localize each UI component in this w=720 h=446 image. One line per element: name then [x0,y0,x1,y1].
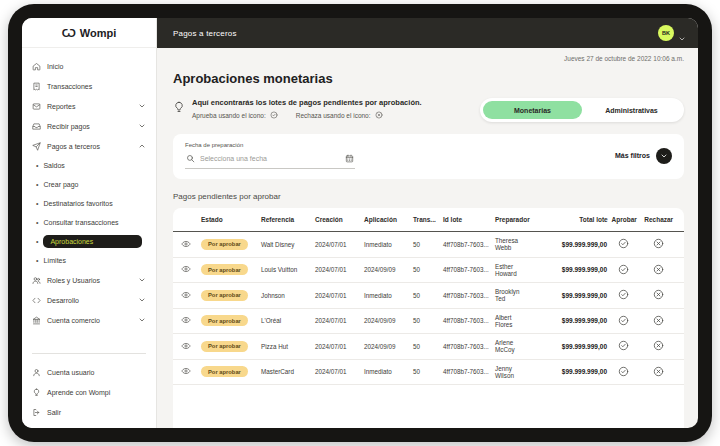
sidebar-item-roles-y-usuarios[interactable]: Roles y Usuarios [22,270,156,290]
reject-button[interactable] [653,289,664,300]
tab-administrativas[interactable]: Administrativas [582,101,681,119]
code-icon [32,296,41,305]
sidebar-item-recibir-pagos[interactable]: Recibir pagos [22,116,156,136]
sidebar-item-cuenta-usuario[interactable]: Cuenta usuario [22,362,156,382]
eye-icon[interactable] [181,264,191,274]
referencia-cell: Pizza Hut [261,343,313,350]
sidebar-item-aprende-con-wompi[interactable]: Aprende con Wompi [22,382,156,402]
total-lote-cell: $99.999.999,00 [531,292,607,299]
column-header-total-lote: Total lote [532,216,608,223]
table-row: Por aprobarL'Oréal2024/07/012024/09/0950… [173,309,684,335]
sidebar-item-reportes[interactable]: Reportes [22,96,156,116]
date-filter-label: Fecha de preparación [185,142,355,148]
approve-button[interactable] [618,238,629,249]
bullet-icon: • [36,162,38,169]
chevron-down-icon[interactable] [678,29,686,37]
more-filters-label: Más filtros [615,152,650,159]
pending-payments-table: EstadoReferenciaCreaciónAplicaciónTrans.… [173,208,684,428]
sidebar-subitem-saldos[interactable]: •Saldos [22,156,156,175]
bullet-icon: • [36,238,38,245]
estado-cell: Por aprobar [201,264,259,275]
aplicacion-cell: Inmediato [364,241,411,248]
preparador-cell: Albert Flores [495,314,529,328]
sidebar-subitem-destinatarios-favoritos[interactable]: •Destinatarios favoritos [22,194,156,213]
sidebar-footer: Cuenta usuarioAprende con WompiSalir [22,362,156,422]
sidebar-subitem-crear-pago[interactable]: •Crear pago [22,175,156,194]
approve-button[interactable] [618,264,629,275]
column-header-referencia: Referencia [261,216,313,223]
preparador-cell: Jenny Wilson [495,365,529,379]
aplicacion-cell: 2024/09/09 [364,343,411,350]
sidebar-item-salir[interactable]: Salir [22,402,156,422]
topbar-title: Pagos a terceros [173,29,237,38]
eye-icon[interactable] [181,341,191,351]
sidebar-item-inicio[interactable]: Inicio [22,56,156,76]
approve-button[interactable] [618,340,629,351]
sidebar-subitem-limites[interactable]: •Límites [22,251,156,270]
reject-button[interactable] [653,366,664,377]
creacion-cell: 2024/07/01 [315,241,362,248]
rechazar-cell [640,366,676,378]
reject-button[interactable] [653,340,664,351]
reject-button[interactable] [653,238,664,249]
aplicacion-cell: Inmediato [364,292,411,299]
chevron-down-icon [138,296,146,304]
rechazar-cell [640,340,676,352]
approve-button[interactable] [618,366,629,377]
sidebar-subitem-label: Aprobaciones [43,235,142,248]
id-lote-cell: 4ff708b7-7603... [443,317,493,324]
users-icon [32,276,41,285]
sidebar-item-cuenta-comercio[interactable]: Cuenta comercio [22,310,156,330]
lightbulb-icon [173,99,185,111]
total-lote-cell: $99.999.999,00 [531,241,607,248]
total-lote-cell: $99.999.999,00 [531,266,607,273]
referencia-cell: Walt Disney [261,241,313,248]
approve-hint: Aprueba usando el icono: [192,112,266,119]
transacciones-cell: 50 [413,368,441,375]
sidebar-subitem-label: Saldos [43,162,64,169]
column-header-aplicacion: Aplicación [364,216,411,223]
avatar[interactable]: BK [658,25,674,41]
aprobar-cell [609,340,638,352]
sidebar-subitem-consultar-transacciones[interactable]: •Consultar transacciones [22,213,156,232]
main-content: Jueves 27 de octubre de 2022 10:06 a.m. … [157,48,698,428]
user-menu[interactable]: BK [658,25,686,41]
info-banner: Aquí encontrarás los lotes de pagos pend… [173,98,422,119]
status-badge: Por aprobar [201,290,248,301]
x-circle-icon [375,111,383,119]
aprobar-cell [609,289,638,301]
sidebar-item-label: Roles y Usuarios [47,277,100,284]
preparador-cell: Theresa Webb [495,237,529,251]
eye-icon[interactable] [181,239,191,249]
reject-button[interactable] [653,264,664,275]
approve-button[interactable] [618,315,629,326]
column-header-aprobar: Aprobar [610,216,639,223]
sidebar: InicioTransaccionesReportesRecibir pagos… [22,48,157,428]
preparador-cell: Brooklyn Ted [495,288,529,302]
check-circle-icon [270,111,278,119]
rechazar-cell [640,264,676,276]
preparador-cell: Arlene McCoy [495,339,529,353]
date-filter-input[interactable] [200,155,340,162]
eye-icon[interactable] [181,290,191,300]
bank-icon [32,316,41,325]
sidebar-item-pagos-a-terceros[interactable]: Pagos a terceros [22,136,156,156]
tab-monetarias[interactable]: Monetarias [483,101,582,119]
eye-icon[interactable] [181,315,191,325]
sidebar-item-transacciones[interactable]: Transacciones [22,76,156,96]
transacciones-cell: 50 [413,266,441,273]
table-header-row: EstadoReferenciaCreaciónAplicaciónTrans.… [173,208,684,232]
sidebar-item-desarrollo[interactable]: Desarrollo [22,290,156,310]
calendar-icon[interactable] [345,154,354,163]
approve-button[interactable] [618,289,629,300]
more-filters-button[interactable]: Más filtros [615,148,672,164]
more-filters-circle[interactable] [656,148,672,164]
total-lote-cell: $99.999.999,00 [531,317,607,324]
info-line1: Aquí encontrarás los lotes de pagos pend… [192,98,422,107]
sidebar-subitem-label: Límites [43,257,66,264]
reject-button[interactable] [653,315,664,326]
eye-icon[interactable] [181,366,191,376]
aprobar-cell [609,366,638,378]
referencia-cell: MasterCard [261,368,313,375]
sidebar-subitem-aprobaciones[interactable]: •Aprobaciones [22,232,156,251]
